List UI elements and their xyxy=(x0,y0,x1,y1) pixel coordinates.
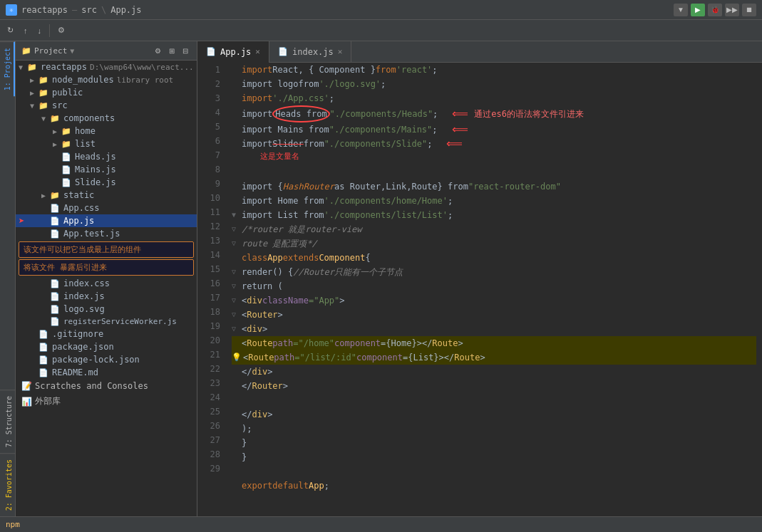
package-json-label: package.json xyxy=(52,342,114,352)
l19-path-val: ="/home" xyxy=(293,336,334,350)
side-tab-project[interactable]: 1: Project xyxy=(0,41,15,96)
line-num-10: 10 xyxy=(203,191,220,205)
public-icon: 📁 xyxy=(38,88,50,98)
line-num-9: 9 xyxy=(203,177,220,191)
tree-root[interactable]: ▼ 📁 reactapps D:\wamp64\www\react... xyxy=(16,61,197,73)
tree-list[interactable]: ▶ 📁 list xyxy=(16,137,197,150)
slide-label: Slide.js xyxy=(75,177,116,187)
toolbar-up-btn[interactable]: ↑ xyxy=(19,23,32,38)
tree-package-lock[interactable]: 📄 package-lock.json xyxy=(16,353,197,366)
code-line-12: ▽ route 是配置项*/ xyxy=(232,236,756,251)
l19-home: Home xyxy=(391,336,412,350)
tree-app-css[interactable]: 📄 App.css xyxy=(16,202,197,214)
code-line-15: ▽ return ( xyxy=(232,279,756,293)
tree-app-test[interactable]: 📄 App.test.js xyxy=(16,227,197,240)
gitignore-icon: 📄 xyxy=(38,330,50,339)
l14-render: render() { xyxy=(242,265,293,279)
l18-code: < xyxy=(242,322,247,336)
run-btn[interactable]: ▶ xyxy=(691,4,705,16)
l29-semi: ; xyxy=(324,479,329,493)
l20-route-open: Route xyxy=(248,350,274,365)
l26-code: } xyxy=(242,436,247,450)
l8-as: as Router, xyxy=(334,179,386,194)
coverage-btn[interactable]: ▶▶ xyxy=(725,4,739,16)
tree-slide[interactable]: 📄 Slide.js xyxy=(16,176,197,189)
stop-btn[interactable]: ⏹ xyxy=(742,4,756,16)
project-tree: ▼ 📁 reactapps D:\wamp64\www\react... ▶ 📁… xyxy=(16,61,197,516)
tree-index-css[interactable]: 📄 index.css xyxy=(16,277,197,290)
scratches-item[interactable]: 📝 Scratches and Consoles xyxy=(16,379,197,393)
tree-heads[interactable]: 📄 Heads.js xyxy=(16,150,197,163)
l20-path-val: ="/list/:id" xyxy=(294,350,356,365)
code-line-9: import Home from './components/home/Home… xyxy=(232,194,756,208)
index-js-label: index.js xyxy=(63,291,105,301)
app-name: reactapps xyxy=(21,5,68,15)
tree-register-sw[interactable]: 📄 registerServiceWorker.js xyxy=(16,315,197,328)
tree-package-json[interactable]: 📄 package.json xyxy=(16,340,197,353)
tree-mains[interactable]: 📄 Mains.js xyxy=(16,163,197,176)
l22-gt: > xyxy=(283,379,288,393)
panel-gear-btn[interactable]: ⚙ xyxy=(152,44,164,57)
editor-area: 📄 App.js ✕ 📄 index.js ✕ 1 2 3 4 5 6 7 8 xyxy=(197,41,762,516)
tooltip-expose: 将该文件 暴露后引进来 xyxy=(19,259,194,276)
panel-dropdown[interactable]: ▼ xyxy=(70,47,74,55)
l24-gt: > xyxy=(267,407,272,422)
fold-15: ▽ xyxy=(232,279,242,293)
tree-components[interactable]: ▼ 📁 components xyxy=(16,112,197,125)
slide-icon: 📄 xyxy=(61,178,73,187)
tab-app-js[interactable]: 📄 App.js ✕ xyxy=(197,41,269,63)
gitignore-label: .gitignore xyxy=(52,329,103,339)
panel-header: 📁 Project ▼ ⚙ ⊞ ⊟ xyxy=(16,41,197,61)
code-line-27: } xyxy=(232,450,756,464)
tree-logo-svg[interactable]: 📄 logo.svg xyxy=(16,303,197,315)
l9-str: './components/home/Home' xyxy=(324,194,448,208)
fold-18: ▽ xyxy=(232,322,242,336)
tree-gitignore[interactable]: 📄 .gitignore xyxy=(16,328,197,340)
tree-node-modules[interactable]: ▶ 📁 node_modules library root xyxy=(16,73,197,86)
panel-collapse-btn[interactable]: ⊟ xyxy=(180,44,191,57)
tab-index-js[interactable]: 📄 index.js ✕ xyxy=(269,41,351,63)
line-num-28: 28 xyxy=(203,447,220,461)
root-arrow: ▼ xyxy=(19,63,27,71)
code-line-22: </ Router > xyxy=(232,379,756,393)
tree-static[interactable]: ▶ 📁 static xyxy=(16,189,197,202)
code-line-4: import Heads from "./components/Heads" ;… xyxy=(232,105,756,122)
l20-path-attr: path xyxy=(274,350,294,365)
code-line-11: ▽ /*router 就是router-view xyxy=(232,222,756,236)
l18-gt: > xyxy=(262,322,267,336)
toolbar-sync-btn[interactable]: ↻ xyxy=(3,23,18,38)
tab-index-js-close[interactable]: ✕ xyxy=(338,47,343,56)
line-num-2: 2 xyxy=(203,77,220,91)
l16-open: < xyxy=(242,293,247,308)
line-num-13: 13 xyxy=(203,234,220,248)
l13-brace: { xyxy=(365,251,370,265)
code-content[interactable]: import React, { Component } from 'react'… xyxy=(226,63,762,516)
tree-app-js[interactable]: ➤ 📄 App.js xyxy=(16,214,197,227)
tree-public[interactable]: ▶ 📁 public xyxy=(16,86,197,99)
bulb-icon: 💡 xyxy=(232,350,242,365)
line-num-23: 23 xyxy=(203,376,220,390)
dropdown-btn[interactable]: ▼ xyxy=(674,4,688,16)
tree-home[interactable]: ▶ 📁 home xyxy=(16,125,197,137)
static-icon: 📁 xyxy=(50,191,61,200)
toolbar-down-btn[interactable]: ↓ xyxy=(34,23,46,38)
debug-btn[interactable]: 🐞 xyxy=(708,4,722,16)
l16-close: > xyxy=(339,293,344,308)
l3-import: import xyxy=(242,91,272,105)
panel-expand-btn[interactable]: ⊞ xyxy=(166,44,177,57)
side-tab-favorites[interactable]: 2: Favorites xyxy=(0,453,15,516)
code-line-28 xyxy=(232,464,756,479)
tree-index-js[interactable]: 📄 index.js xyxy=(16,290,197,303)
fold-10: ▼ xyxy=(232,208,242,222)
code-line-14: ▽ render() { //Router只能有一个子节点 xyxy=(232,265,756,279)
external-libs-item[interactable]: 📊 外部库 xyxy=(16,393,197,410)
l20-route-close: Route xyxy=(454,350,480,365)
side-tab-structure[interactable]: 7: Structure xyxy=(0,390,15,453)
tree-readme[interactable]: 📄 README.md xyxy=(16,366,197,379)
toolbar-settings-btn[interactable]: ⚙ xyxy=(53,23,69,38)
tree-src[interactable]: ▼ 📁 src xyxy=(16,99,197,112)
l13-class: class xyxy=(242,251,267,265)
home-arrow: ▶ xyxy=(53,127,61,135)
tab-app-js-close[interactable]: ✕ xyxy=(255,47,260,56)
l5-code: import Mains from xyxy=(242,122,329,137)
